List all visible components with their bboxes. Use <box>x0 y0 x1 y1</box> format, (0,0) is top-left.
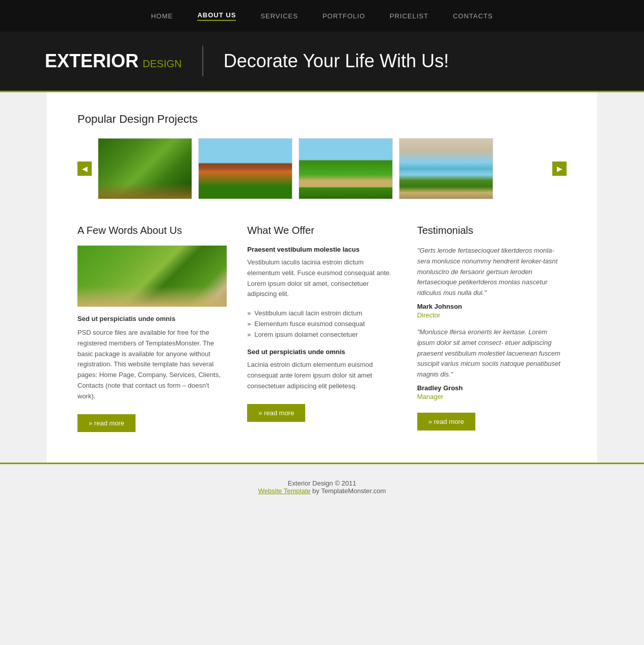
gallery-prev-arrow[interactable]: ◀ <box>77 162 92 176</box>
logo-sub: DESIGN <box>143 58 182 69</box>
offer-text2: Lacinia estroin dictum elementum euismod… <box>247 360 396 391</box>
nav-pricelist[interactable]: PRICELIST <box>390 12 428 20</box>
gallery-image-4[interactable] <box>399 138 493 199</box>
gallery-images <box>98 138 546 199</box>
gallery-next-arrow[interactable]: ▶ <box>552 162 567 176</box>
popular-title: Popular Design Projects <box>77 113 567 126</box>
offer-readmore-button[interactable]: » read more <box>247 404 305 422</box>
hero-section: EXTERIORDESIGN Decorate Your Life With U… <box>0 32 644 92</box>
three-columns: A Few Words About Us Sed ut perspiciatis… <box>77 225 567 432</box>
about-readmore-button[interactable]: » read more <box>77 414 136 432</box>
hero-tagline: Decorate Your Life With Us! <box>224 50 449 72</box>
footer-copyright: Exterior Design © 2011 <box>15 479 629 487</box>
brand-logo: EXTERIORDESIGN <box>41 50 182 72</box>
testimonial-name-1: Mark Johnson <box>417 303 567 310</box>
footer-template: Website Template by TemplateMonster.com <box>15 487 629 495</box>
offer-list-item: Lorem ipsum dolamet consectetuer <box>247 329 396 340</box>
logo-main: EXTERIOR <box>45 50 139 71</box>
about-subtitle: Sed ut perspiciatis unde omnis <box>77 315 227 322</box>
gallery-wrapper: ◀ ▶ <box>77 138 567 199</box>
about-image <box>77 246 227 307</box>
main-content: Popular Design Projects ◀ ▶ A Few Words … <box>47 92 597 463</box>
testimonial-quote-1: "Gerts lerode fertasecioquet tikertderos… <box>417 246 567 299</box>
testimonial-role-2: Manager <box>417 393 567 400</box>
offer-title: What We Offer <box>247 225 396 236</box>
testimonials-title: Testimonials <box>417 225 567 236</box>
nav-home[interactable]: HOME <box>151 12 173 20</box>
footer: Exterior Design © 2011 Website Template … <box>0 463 644 510</box>
offer-list-item: Vestibulum iaculi lacin estroin dictum <box>247 308 396 318</box>
nav-portfolio[interactable]: PORTFOLIO <box>323 12 365 20</box>
gallery-image-2[interactable] <box>198 138 292 199</box>
offer-list: Vestibulum iaculi lacin estroin dictum E… <box>247 308 396 340</box>
offer-list-item: Elementum fusce euismod consequat <box>247 318 396 329</box>
nav-contacts[interactable]: CONTACTS <box>453 12 493 20</box>
testimonials-readmore-button[interactable]: » read more <box>417 413 475 431</box>
offer-text1: Vestibulum iaculis lacinia estroin dictu… <box>247 257 396 300</box>
offer-subtitle2: Sed ut perspiciatis unde omnis <box>247 348 396 356</box>
footer-template-link[interactable]: Website Template <box>258 487 311 495</box>
about-column: A Few Words About Us Sed ut perspiciatis… <box>77 225 227 432</box>
nav-about[interactable]: ABOUT US <box>197 11 236 21</box>
testimonials-column: Testimonials "Gerts lerode fertasecioque… <box>417 225 567 432</box>
footer-suffix: by TemplateMonster.com <box>310 487 386 495</box>
nav-services[interactable]: SERVICES <box>260 12 298 20</box>
offer-subtitle1: Praesent vestibulum molestie lacus <box>247 246 396 253</box>
offer-column: What We Offer Praesent vestibulum molest… <box>247 225 396 432</box>
about-text: PSD source files are available for free … <box>77 328 227 402</box>
testimonial-name-2: Bradley Grosh <box>417 384 567 392</box>
gallery-image-3[interactable] <box>299 138 393 199</box>
testimonial-role-1: Director <box>417 311 567 319</box>
gallery-image-1[interactable] <box>98 138 192 199</box>
navigation: HOME ABOUT US SERVICES PORTFOLIO PRICELI… <box>0 0 644 32</box>
testimonial-quote-2: "Monlusce lfersa eronerts ler kertase. L… <box>417 327 567 380</box>
hero-divider <box>202 46 203 76</box>
about-title: A Few Words About Us <box>77 225 227 236</box>
